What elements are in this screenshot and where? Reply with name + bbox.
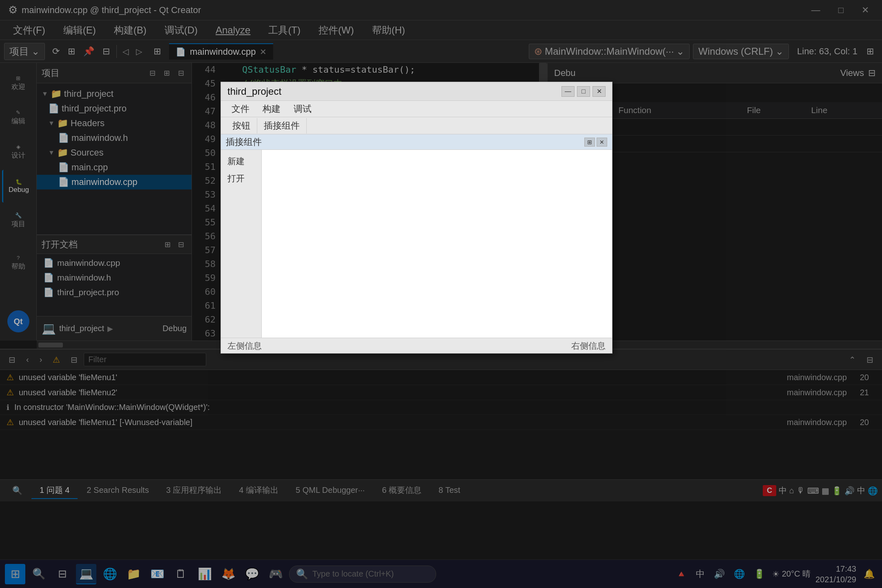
dialog-menu-debug[interactable]: 调试: [288, 101, 317, 117]
dialog-left-panel: 新建 打开: [221, 150, 262, 338]
dialog-panel-close-btn[interactable]: ✕: [597, 138, 607, 147]
dialog-menu-build[interactable]: 构建: [257, 101, 286, 117]
dialog-maximize-btn[interactable]: □: [577, 86, 590, 97]
dialog-left-item-new[interactable]: 新建: [224, 154, 258, 169]
dialog-left-item-open[interactable]: 打开: [224, 171, 258, 186]
dialog-panel-restore-btn[interactable]: ⊞: [584, 138, 595, 147]
dialog-bottom-bar: 左侧信息 右侧信息: [221, 338, 612, 353]
dialog-title: third_project: [227, 86, 281, 97]
dialog-overlay: third_project — □ ✕ 文件 构建 调试 按钮 插接组件 插接组…: [0, 0, 882, 588]
dialog-toolbar: 按钮 插接组件: [221, 117, 612, 134]
dialog-minimize-btn[interactable]: —: [561, 86, 575, 97]
dialog-title-buttons: — □ ✕: [561, 86, 606, 97]
dialog-split-area: 新建 打开: [221, 150, 612, 338]
dialog-bottom-right: 右侧信息: [571, 340, 606, 352]
dialog-menu-file[interactable]: 文件: [226, 101, 255, 117]
dialog-window: third_project — □ ✕ 文件 构建 调试 按钮 插接组件 插接组…: [220, 82, 612, 354]
dialog-bottom-left: 左侧信息: [227, 340, 262, 352]
dialog-panel-title: 插接组件: [226, 136, 262, 148]
dialog-right-panel[interactable]: [262, 150, 612, 338]
dialog-tool-dock[interactable]: 插接组件: [257, 118, 307, 134]
dialog-menu: 文件 构建 调试: [221, 101, 612, 117]
dialog-panel-header: 插接组件 ⊞ ✕: [221, 134, 612, 150]
dialog-close-btn[interactable]: ✕: [592, 86, 606, 97]
dialog-panel-header-btns: ⊞ ✕: [584, 138, 607, 147]
dialog-title-bar: third_project — □ ✕: [221, 82, 612, 101]
dialog-tool-btn[interactable]: 按钮: [226, 118, 257, 134]
